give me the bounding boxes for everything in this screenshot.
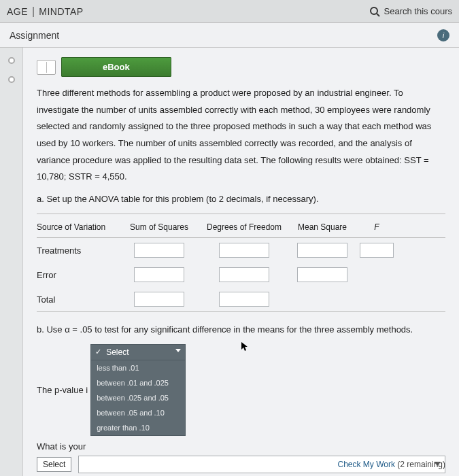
search-icon (369, 6, 380, 17)
page-title: Assignment (10, 30, 59, 41)
chevron-down-icon (175, 349, 181, 352)
input-total-df[interactable] (219, 292, 269, 307)
brand-divider: | (32, 5, 35, 18)
anova-header-row: Source of Variation Sum of Squares Degre… (37, 220, 445, 238)
cursor-icon (241, 341, 249, 352)
anova-table: Source of Variation Sum of Squares Degre… (37, 214, 445, 312)
row-total: Total (37, 287, 445, 311)
remaining-count: (2 remaining) (397, 460, 445, 469)
pvalue-option-2[interactable]: between .01 and .025 (91, 375, 185, 390)
brand-mindtap: MINDTAP (39, 6, 83, 17)
rail-step-2[interactable] (8, 76, 15, 83)
input-total-ss[interactable] (134, 292, 184, 307)
conclusion-label: What is your (37, 441, 86, 452)
row-treatments: Treatments (37, 238, 445, 262)
rail-step-1[interactable] (8, 57, 15, 64)
left-rail (0, 48, 23, 476)
conclusion-row: What is your (37, 441, 445, 452)
info-icon[interactable]: i (437, 29, 449, 41)
input-treatments-df[interactable] (219, 243, 269, 258)
input-error-df[interactable] (219, 267, 269, 282)
pvalue-selected[interactable]: ✓ Select (90, 344, 186, 360)
top-bar: AGE | MINDTAP Search this cours (0, 0, 459, 23)
pvalue-option-1[interactable]: less than .01 (91, 360, 185, 375)
book-icon (37, 60, 56, 75)
pvalue-dropdown[interactable]: ✓ Select less than .01 between .01 and .… (90, 344, 186, 436)
pvalue-option-4[interactable]: between .05 and .10 (91, 405, 185, 420)
input-treatments-f[interactable] (360, 243, 394, 258)
check-my-work-link[interactable]: Check My Work (337, 460, 394, 469)
content-panel: eBook Three different methods for assemb… (23, 48, 459, 476)
part-a-text: a. Set up the ANOVA table for this probl… (37, 194, 445, 204)
input-error-ms[interactable] (297, 267, 347, 282)
search-area[interactable]: Search this cours (369, 6, 452, 17)
brand-cengage: AGE (7, 6, 28, 17)
col-ss: Sum of Squares (118, 222, 200, 232)
main-area: eBook Three different methods for assemb… (0, 48, 459, 476)
pvalue-option-5[interactable]: greater than .10 (91, 420, 185, 435)
label-treatments: Treatments (37, 245, 118, 256)
part-b-text: b. Use α = .05 to test for any significa… (37, 324, 445, 335)
pvalue-selected-text: Select (106, 347, 129, 357)
ebook-row: eBook (37, 57, 445, 77)
search-placeholder: Search this cours (384, 6, 452, 16)
pvalue-label: The p-value i (37, 385, 88, 395)
col-f: F (356, 222, 397, 232)
svg-point-0 (371, 7, 377, 14)
input-error-ss[interactable] (134, 267, 184, 282)
check-icon: ✓ (95, 347, 101, 356)
label-error: Error (37, 270, 118, 280)
sub-header: Assignment i (0, 23, 459, 48)
pvalue-menu: less than .01 between .01 and .025 betwe… (90, 360, 186, 436)
conclusion-select-small[interactable]: Select (37, 457, 71, 472)
col-ms: Mean Square (288, 222, 356, 232)
col-df: Degrees of Freedom (200, 222, 288, 232)
ebook-button[interactable]: eBook (61, 57, 171, 77)
col-source: Source of Variation (37, 222, 118, 232)
input-treatments-ms[interactable] (297, 243, 347, 258)
footer: Check My Work (2 remaining) (337, 460, 445, 469)
pvalue-row: The p-value i ✓ Select less than .01 bet… (37, 344, 445, 436)
question-text: Three different methods for assembling a… (37, 85, 445, 186)
input-treatments-ss[interactable] (134, 243, 184, 258)
label-total: Total (37, 294, 118, 305)
pvalue-option-3[interactable]: between .025 and .05 (91, 390, 185, 405)
svg-line-1 (377, 14, 379, 16)
row-error: Error (37, 262, 445, 287)
